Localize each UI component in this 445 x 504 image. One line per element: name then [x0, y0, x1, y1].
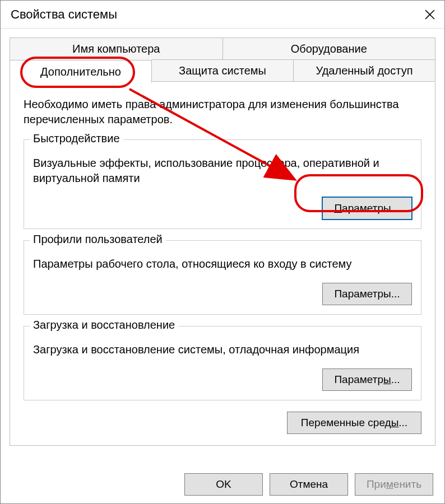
tab-row-front: Дополнительно Защита системы Удаленный д… [10, 59, 435, 82]
user-profiles-settings-button[interactable]: Параметры... [322, 283, 412, 305]
group-performance: Быстродействие Визуальные эффекты, испол… [24, 139, 421, 229]
dialog-footer: OK Отмена Применить [1, 473, 444, 496]
tab-computer-name[interactable]: Имя компьютера [10, 38, 223, 60]
close-icon[interactable] [424, 9, 435, 20]
group-legend: Профили пользователей [30, 233, 166, 246]
cancel-button[interactable]: Отмена [270, 473, 348, 496]
environment-variables-row: Переменные среды... [24, 412, 421, 434]
tab-hardware[interactable]: Оборудование [223, 38, 436, 60]
tab-label: Имя компьютера [72, 38, 160, 59]
tab-system-protection[interactable]: Защита системы [152, 59, 294, 82]
dialog-body: Имя компьютера Оборудование Дополнительн… [1, 29, 444, 446]
environment-variables-button[interactable]: Переменные среды... [287, 412, 421, 434]
group-actions: Параметры... [33, 368, 412, 391]
group-actions: Параметры... [33, 197, 412, 220]
tabs: Имя компьютера Оборудование Дополнительн… [10, 38, 435, 446]
titlebar: Свойства системы [1, 1, 444, 29]
tab-label: Защита системы [179, 60, 266, 81]
tab-label: Удаленный доступ [316, 60, 413, 81]
startup-recovery-settings-button[interactable]: Параметры... [322, 368, 412, 391]
system-properties-window: Свойства системы Имя компьютера Оборудов… [0, 0, 445, 504]
performance-settings-button[interactable]: Параметры... [322, 197, 412, 220]
tab-remote[interactable]: Удаленный доступ [294, 59, 435, 82]
group-startup-recovery: Загрузка и восстановление Загрузка и вос… [24, 326, 421, 400]
ok-button[interactable]: OK [184, 473, 263, 496]
tab-label: Дополнительно [40, 60, 121, 83]
group-desc: Загрузка и восстановление системы, отлад… [33, 342, 412, 357]
group-desc: Параметры рабочего стола, относящиеся ко… [33, 256, 412, 272]
group-legend: Быстродействие [30, 132, 123, 145]
group-legend: Загрузка и восстановление [30, 319, 178, 332]
tab-label: Оборудование [291, 38, 367, 59]
tab-row-back: Имя компьютера Оборудование [10, 38, 435, 60]
help-text: Необходимо иметь права администратора дл… [24, 97, 421, 127]
group-user-profiles: Профили пользователей Параметры рабочего… [24, 240, 421, 315]
group-desc: Визуальные эффекты, использование процес… [33, 156, 412, 186]
tab-advanced[interactable]: Дополнительно [10, 60, 152, 83]
apply-button[interactable]: Применить [355, 473, 433, 496]
window-title: Свойства системы [11, 7, 117, 22]
tab-content-advanced: Необходимо иметь права администратора дл… [10, 82, 435, 446]
group-actions: Параметры... [33, 283, 412, 305]
